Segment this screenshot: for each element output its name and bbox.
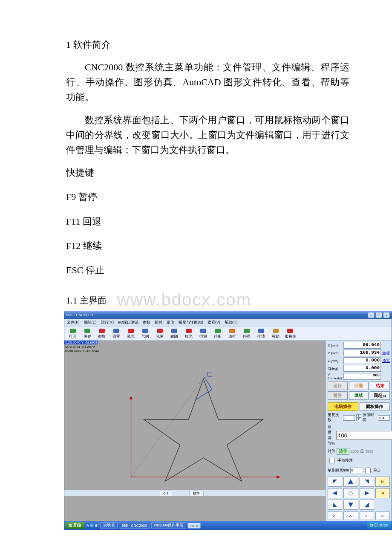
tool-frame[interactable]: 边框	[225, 327, 239, 340]
svg-marker-30	[333, 503, 337, 507]
coord-link[interactable]: 坐标	[382, 350, 390, 356]
jog-c-minus2[interactable]	[375, 488, 390, 498]
minimize-button[interactable]: –	[368, 312, 375, 318]
jog-right[interactable]	[360, 488, 374, 498]
svg-rect-7	[171, 329, 177, 333]
jog-upleft[interactable]	[328, 477, 342, 487]
tool-power[interactable]: 电源	[196, 327, 210, 340]
jog-down[interactable]	[343, 500, 358, 510]
tool-follow-label: 跟随	[170, 334, 178, 339]
menu-help[interactable]: 帮助(H)	[225, 320, 238, 325]
tool-light[interactable]: 光闸	[153, 327, 167, 340]
tool-frame-label: 边框	[228, 334, 236, 339]
save-icon	[84, 328, 91, 334]
jog-center-icon[interactable]: ◯	[343, 488, 358, 498]
manual-slow-check[interactable]	[329, 458, 335, 463]
menu-locate[interactable]: 定位	[167, 320, 174, 325]
menu-file[interactable]: 文件(F)	[67, 320, 80, 325]
end-button[interactable]: 结束	[370, 382, 390, 390]
svg-rect-8	[186, 329, 192, 333]
power-icon	[199, 328, 207, 334]
zero-link[interactable]: 清零	[382, 358, 390, 364]
speed-input[interactable]	[336, 431, 392, 440]
home-button[interactable]: 回起点	[370, 391, 390, 400]
tool-slag-label: 排渣	[257, 334, 265, 339]
svg-rect-12	[244, 329, 250, 333]
start-button[interactable]: ⊞ 开始	[65, 522, 84, 529]
continue-button[interactable]: 继续	[349, 391, 369, 400]
drawing-canvas[interactable]	[64, 353, 326, 490]
c-plus-button[interactable]: C+	[360, 512, 374, 520]
watermark-text: www.bdocx.com	[117, 290, 251, 309]
tool-save[interactable]: 保存	[81, 327, 94, 340]
z-minus-button[interactable]: Z-	[343, 512, 358, 520]
tool-params[interactable]: 参数	[95, 327, 109, 340]
pc-operate-button[interactable]: 电脑操作	[328, 402, 358, 411]
jog-left[interactable]	[328, 488, 342, 498]
svg-line-20	[131, 377, 205, 477]
menu-graphics[interactable]: 图形与转换(G)	[179, 320, 203, 325]
taskbar-item-2[interactable]: 555 - CNC2000	[119, 523, 150, 529]
menu-delay[interactable]: 延时	[155, 320, 162, 325]
menu-view[interactable]: 查看(V)	[208, 320, 220, 325]
status-bar: 0 9 数字	[64, 490, 326, 496]
jog-upright[interactable]	[360, 477, 374, 487]
window-titlebar[interactable]: 555 - CNC2000 – □ ×	[64, 311, 392, 319]
tool-alarm[interactable]: 报警失	[283, 327, 297, 340]
clear-count-button[interactable]: 清零	[337, 448, 349, 455]
shortcut-f9: F9 暂停	[66, 189, 349, 204]
menu-params[interactable]: 参数	[143, 320, 150, 325]
menu-run[interactable]: 运行(R)	[101, 320, 114, 325]
svg-marker-32	[365, 503, 369, 507]
start-label: 开始	[73, 523, 81, 528]
pause-button[interactable]: 暂停	[328, 391, 348, 400]
svg-marker-27	[332, 491, 337, 495]
tool-slag[interactable]: 排渣	[254, 327, 268, 340]
section-1-1-text: 1.1 主界面	[66, 295, 107, 306]
taskbar-item-1[interactable]: 说明书	[100, 522, 118, 529]
menubar: 文件(F) 编辑(E) 运行(R) I/O端口测试 参数 延时 定位 图形与转换…	[64, 319, 392, 326]
repeat-input[interactable]	[343, 415, 355, 421]
dwell-input[interactable]	[378, 415, 390, 421]
tool-draw[interactable]: 画图	[211, 327, 225, 340]
tool-follow[interactable]: 跟随	[167, 327, 181, 340]
tool-help[interactable]: 帮助	[269, 327, 282, 340]
svg-rect-14	[273, 329, 279, 333]
svg-marker-19	[130, 396, 133, 399]
menu-io[interactable]: I/O端口测试	[118, 320, 138, 325]
tool-laser[interactable]: 激光	[124, 327, 138, 340]
jog-up[interactable]	[343, 477, 358, 487]
back-button[interactable]: 回退	[349, 382, 369, 390]
shortcut-heading: 快捷键	[66, 165, 349, 180]
tool-light-label: 光闸	[156, 334, 164, 339]
tool-origin[interactable]: 回零	[110, 327, 123, 340]
single-step-check[interactable]	[365, 468, 371, 473]
run-button[interactable]: 运行	[328, 382, 348, 390]
taskbar-item-3[interactable]: cnc2000操作手册	[151, 522, 186, 529]
repeat-spinner[interactable]: ▲▼	[356, 414, 361, 421]
ime-indicator[interactable]: nero	[187, 523, 201, 529]
windows-taskbar[interactable]: ⊞ 开始 ◔ ⦿ ◧ 说明书 555 - CNC2000 cnc2000操作手册…	[64, 521, 392, 530]
c-minus-button[interactable]: C-	[375, 512, 390, 520]
laser-icon	[127, 328, 135, 334]
tool-air[interactable]: 气阀	[138, 327, 152, 340]
system-tray[interactable]: ◔ ⓘ 15:20	[367, 522, 391, 529]
step-dist-input[interactable]	[350, 468, 362, 473]
maximize-button[interactable]: □	[375, 312, 382, 318]
tool-open[interactable]: 打开	[66, 327, 80, 340]
jog-downright[interactable]	[360, 500, 374, 510]
z-plus-button[interactable]: Z+	[328, 512, 342, 520]
menu-edit[interactable]: 编辑(E)	[84, 320, 97, 325]
jog-c-plus2[interactable]	[375, 477, 390, 487]
tool-pause-label: 停靠	[243, 334, 251, 339]
tool-red[interactable]: 红光	[182, 327, 196, 340]
panel-operate-button[interactable]: 面板操作	[360, 402, 390, 411]
svg-rect-6	[157, 329, 163, 333]
tray-icons: ◔ ⓘ	[370, 523, 378, 527]
jog-downleft[interactable]	[328, 500, 342, 510]
tool-pause[interactable]: 停靠	[240, 327, 254, 340]
follow-icon	[170, 328, 178, 334]
y-readout: 166.934	[343, 350, 381, 356]
svg-rect-5	[142, 329, 148, 333]
close-button[interactable]: ×	[383, 312, 390, 318]
